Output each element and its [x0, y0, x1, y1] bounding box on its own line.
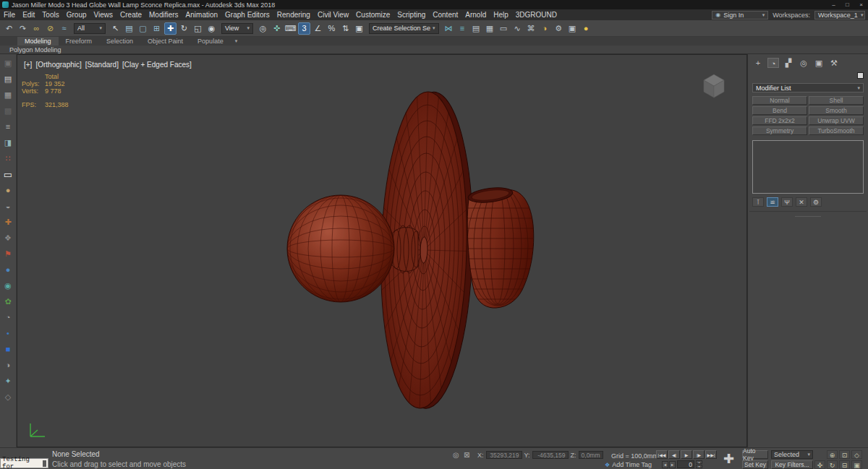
viewport-pov-menu[interactable]: [Orthographic] [35, 61, 81, 69]
modifier-stack[interactable] [752, 140, 864, 194]
left-tool-icon[interactable]: ■ [3, 344, 14, 355]
add-time-tag[interactable]: ❖ Add Time Tag [605, 461, 652, 468]
left-tool-icon[interactable]: ▩ [3, 106, 14, 116]
ribbon-tab[interactable]: Selection [99, 37, 140, 46]
menu-item[interactable]: Scripting [393, 9, 429, 20]
modifier-list-dropdown[interactable]: Modifier List ▾ [752, 83, 864, 92]
left-tool-icon[interactable]: ≡ [3, 121, 14, 132]
next-frame-button[interactable]: |▶ [693, 450, 705, 459]
left-tool-icon[interactable]: ▣ [3, 58, 14, 69]
schematic-view-icon[interactable]: ⌘ [525, 22, 537, 35]
modifier-button[interactable]: Symmetry [752, 126, 807, 135]
maximize-icon[interactable]: □ [841, 0, 854, 9]
menu-item[interactable]: Modifiers [145, 9, 182, 20]
select-and-place-icon[interactable]: ◉ [205, 22, 218, 35]
select-and-manipulate-icon[interactable]: ✜ [271, 22, 283, 35]
modifier-button[interactable]: Smooth [809, 106, 864, 115]
ribbon-tab[interactable]: Modeling [17, 37, 59, 46]
previous-key-icon[interactable]: ◂ [662, 461, 668, 468]
rendered-frame-window-icon[interactable]: ▣ [566, 22, 579, 35]
orbit-icon[interactable]: ↻ [827, 460, 838, 469]
use-pivot-center-icon[interactable]: ◎ [257, 22, 269, 35]
make-unique-icon[interactable]: Ψ [781, 197, 793, 207]
menu-item[interactable]: Civil View [314, 9, 352, 20]
minimize-icon[interactable]: – [827, 0, 841, 9]
pan-icon[interactable]: ✜ [814, 460, 825, 469]
rollout-handle[interactable] [795, 216, 821, 217]
select-and-link-icon[interactable]: ∞ [30, 22, 43, 35]
key-filters-button[interactable]: Key Filters... [771, 460, 813, 469]
previous-frame-button[interactable]: ◀| [668, 450, 680, 459]
toggle-scene-explorer-icon[interactable]: ▤ [470, 22, 482, 35]
create-tab-icon[interactable]: + [752, 58, 764, 68]
display-tab-icon[interactable]: ▣ [813, 58, 825, 68]
left-tool-icon[interactable]: ❖ [3, 233, 14, 244]
maximize-viewport-icon[interactable]: ▣ [851, 460, 862, 469]
viewport-plus-menu[interactable]: [+] [24, 61, 32, 69]
redo-icon[interactable]: ↷ [17, 22, 29, 35]
menu-item[interactable]: Content [429, 9, 461, 20]
left-tool-icon[interactable]: ▦ [3, 90, 14, 100]
menu-item[interactable]: Graph Editors [221, 9, 273, 20]
spinner-up-icon[interactable]: ▴ [696, 460, 702, 464]
rectangular-selection-region-icon[interactable]: ▢ [137, 22, 149, 35]
fov-icon[interactable]: ◇ [851, 450, 862, 459]
modifier-button[interactable]: Bend [752, 106, 807, 115]
modifier-button[interactable]: Shell [809, 96, 864, 105]
isolate-selection-icon[interactable]: ◎ [453, 451, 459, 459]
ribbon-tab[interactable]: Freeform [59, 37, 100, 46]
close-icon[interactable]: × [854, 0, 868, 9]
left-tool-icon[interactable]: ◒ [3, 201, 14, 212]
left-tool-icon[interactable]: ● [3, 264, 14, 275]
modify-tab-icon[interactable]: ◔ [767, 58, 779, 68]
spinner-down-icon[interactable]: ▾ [696, 465, 702, 468]
next-key-icon[interactable]: ▸ [669, 461, 676, 468]
viewport-shading-menu[interactable]: [Clay + Edged Faces] [122, 61, 192, 69]
window-crossing-icon[interactable]: ⊞ [150, 22, 163, 35]
select-and-move-icon[interactable]: ✚ [164, 22, 176, 35]
selection-lock-icon[interactable]: ⊠ [464, 451, 469, 459]
steering-wheel-icon[interactable]: ✚ [723, 451, 734, 467]
z-coordinate-field[interactable]: 0,0mm [579, 451, 603, 459]
set-key-button[interactable]: Set Key [742, 460, 768, 469]
render-setup-icon[interactable]: ⚙ [553, 22, 565, 35]
utilities-tab-icon[interactable]: ⚒ [828, 58, 840, 68]
configure-modifier-sets-icon[interactable]: ⚙ [810, 197, 822, 207]
polygon-modeling-panel-label[interactable]: Polygon Modeling [9, 46, 61, 53]
modifier-button[interactable]: TurboSmooth [809, 126, 864, 135]
undo-icon[interactable]: ↶ [3, 22, 15, 35]
named-selection-set-combo[interactable]: Create Selection Se ▾ [369, 23, 439, 34]
y-coordinate-field[interactable]: -4635,159 [532, 451, 569, 459]
left-tool-icon[interactable]: ⚑ [3, 249, 14, 259]
keyboard-override-icon[interactable]: ⌨ [284, 22, 297, 35]
left-tool-icon[interactable]: ▭ [3, 169, 14, 180]
toggle-ribbon-icon[interactable]: ▭ [498, 22, 510, 35]
menu-item[interactable]: Edit [19, 9, 38, 20]
select-object-icon[interactable]: ↖ [109, 22, 122, 35]
left-tool-icon[interactable]: ◇ [3, 392, 14, 403]
reference-coordinate-dropdown[interactable]: View ▾ [221, 23, 253, 34]
material-editor-icon[interactable]: ◑ [539, 22, 551, 35]
menu-item[interactable]: Arnold [461, 9, 490, 20]
selection-filter-dropdown[interactable]: All ▾ [74, 23, 106, 34]
perspective-viewport[interactable]: [+] [Orthographic] [Standard] [Clay + Ed… [17, 54, 747, 447]
left-tool-icon[interactable]: ✿ [3, 296, 14, 307]
hierarchy-tab-icon[interactable]: ▞ [783, 58, 794, 68]
spinner-snap-icon[interactable]: ⇅ [339, 22, 352, 35]
menu-item[interactable]: Rendering [273, 9, 314, 20]
go-to-end-button[interactable]: ▶▶| [705, 450, 717, 459]
select-and-rotate-icon[interactable]: ↻ [178, 22, 190, 35]
ribbon-tab[interactable]: Populate [190, 37, 231, 46]
menu-item[interactable]: Help [490, 9, 512, 20]
select-by-name-icon[interactable]: ▤ [123, 22, 135, 35]
menu-item[interactable]: Animation [182, 9, 221, 20]
current-frame-field[interactable]: 0 [677, 460, 694, 468]
left-tool-icon[interactable]: ◔ [3, 312, 14, 323]
toggle-layer-explorer-icon[interactable]: ▦ [484, 22, 496, 35]
ribbon-minimize-icon[interactable]: ▾ [231, 37, 242, 46]
sign-in-dropdown[interactable]: ◉ Sign In ▾ [712, 11, 768, 20]
left-tool-icon[interactable]: ● [3, 185, 14, 196]
mirror-icon[interactable]: ⋈ [443, 22, 455, 35]
unlink-selection-icon[interactable]: ⊘ [44, 22, 56, 35]
go-to-start-button[interactable]: |◀◀ [656, 450, 668, 459]
